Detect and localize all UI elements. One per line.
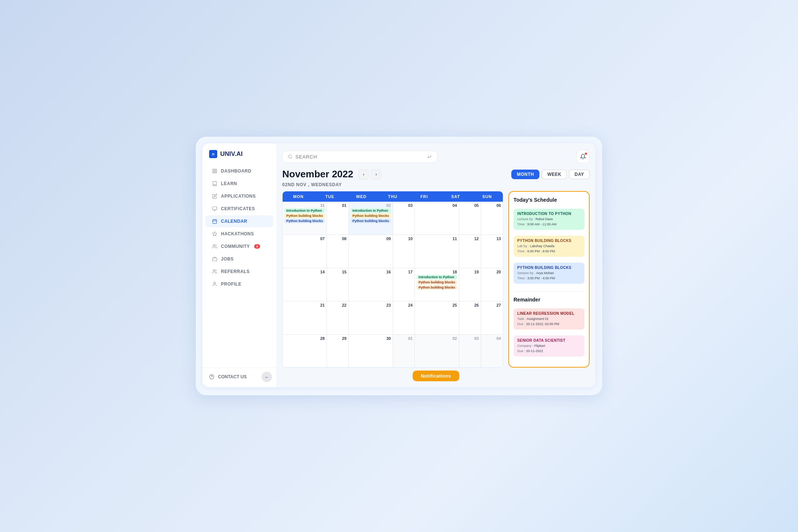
event-pill[interactable]: Python building blocks [284,214,325,218]
calendar-cell-nov16[interactable]: 16 [349,268,393,301]
contact-us-row: CONTACT US ← [202,371,276,383]
cell-date: 27 [483,303,501,307]
event-pill[interactable]: Python building blocks [284,219,325,223]
sidebar-item-community[interactable]: COMMUNITY 4 [205,241,273,252]
remainder-card-detail: Company : Flipkart Due : 20-11-2022 [517,344,581,354]
community-badge: 4 [254,244,260,249]
calendar-cell-nov19[interactable]: 19 [459,268,481,301]
app-container: ≡ UNIV.AI DASHBOARD LEARN APPLICATIONS [202,143,596,387]
cell-date: 03 [461,336,479,341]
schedule-card-intro-python[interactable]: INTRODUCTION TO PYTHON Lecture by : Rahu… [514,209,584,230]
enter-icon [427,154,432,159]
calendar-cell-nov08[interactable]: 08 [327,235,349,268]
next-month-button[interactable]: › [371,169,381,180]
cell-date: 30 [351,336,391,341]
cell-date: 14 [284,270,325,274]
calendar-cell-nov03[interactable]: 03 [393,202,415,235]
schedule-card-python-session[interactable]: PYTHON BUILDING BLOCKS Session by : Arya… [514,263,584,284]
calendar-cell-nov30[interactable]: 30 [349,335,393,368]
cell-date: 04 [483,336,501,341]
calendar-subtitle: 02ND NOV , WEDNESDAY [282,182,590,187]
sidebar-item-certificates[interactable]: CERTIFICATES [205,203,273,215]
search-input[interactable] [296,154,424,160]
notification-bell[interactable] [576,150,590,163]
calendar-cell-dec01[interactable]: 01 [393,335,415,368]
calendar-cell-nov06[interactable]: 06 [481,202,503,235]
calendar-cell-nov28[interactable]: 28 [283,335,327,368]
calendar-cell-nov23[interactable]: 23 [349,301,393,335]
calendar-cell-nov04[interactable]: 04 [415,202,459,235]
calendar-body: 31 Introduction to Python Python buildin… [283,202,503,368]
sidebar-item-hackathons[interactable]: HACKATHONS [205,228,273,240]
sidebar-item-applications[interactable]: APPLICATIONS [205,190,273,202]
notifications-badge[interactable]: Notifications [413,371,459,381]
cell-date: 02 [351,203,391,208]
event-pill[interactable]: Introduction to Python [417,275,457,279]
calendar-cell-oct31[interactable]: 31 Introduction to Python Python buildin… [283,202,327,235]
sidebar-item-profile[interactable]: PROFILE [205,278,273,290]
event-pill[interactable]: Python building blocks [351,219,391,223]
cell-date: 21 [284,303,325,307]
header [282,150,590,163]
sidebar: ≡ UNIV.AI DASHBOARD LEARN APPLICATIONS [202,143,276,387]
calendar-cell-nov22[interactable]: 22 [327,301,349,335]
day-header-sat: SAT [440,191,471,202]
day-view-button[interactable]: DAY [569,170,590,179]
calendar-cell-nov24[interactable]: 24 [393,301,415,335]
calendar-cell-nov02[interactable]: 02 Introduction to Python Python buildin… [349,202,393,235]
sidebar-item-learn[interactable]: LEARN [205,178,273,190]
month-view-button[interactable]: MONTH [511,170,539,179]
sidebar-item-jobs-label: JOBS [221,256,234,262]
cell-date: 28 [284,336,325,341]
logo: ≡ UNIV.AI [202,150,276,165]
sidebar-item-dashboard[interactable]: DASHBOARD [205,165,273,177]
nav-arrows: ‹ › [358,169,381,180]
calendar-cell-nov11[interactable]: 11 [415,235,459,268]
calendar-cell-nov05[interactable]: 05 [459,202,481,235]
sidebar-item-referrals[interactable]: REFERRALS [205,266,273,277]
calendar-cell-nov09[interactable]: 09 [349,235,393,268]
cell-date: 16 [351,270,391,274]
event-pill[interactable]: Python building blocks [417,285,457,290]
calendar-cell-nov10[interactable]: 10 [393,235,415,268]
svg-rect-1 [215,169,216,171]
calendar-cell-nov12[interactable]: 12 [459,235,481,268]
calendar-cell-nov01[interactable]: 01 [327,202,349,235]
event-pill[interactable]: Python building blocks [351,214,391,218]
schedule-card-python-lab[interactable]: PYTHON BUILDING BLOCKS Lab by : Lakshay … [514,236,584,257]
calendar-cell-dec02[interactable]: 02 [415,335,459,368]
calendar-cell-nov18[interactable]: 18 Introduction to Python Python buildin… [415,268,459,301]
svg-rect-4 [212,207,217,210]
calendar-cell-nov17[interactable]: 17 [393,268,415,301]
svg-point-12 [289,155,291,158]
event-pill[interactable]: Introduction to Python [284,208,325,213]
cell-date: 01 [329,203,347,208]
calendar-cell-nov15[interactable]: 15 [327,268,349,301]
sidebar-item-calendar[interactable]: CALENDAR [205,215,273,227]
remainder-card-scientist[interactable]: SENIOR DATA SCIENTIST Company : Flipkart… [514,335,584,357]
prev-month-button[interactable]: ‹ [358,169,369,180]
contact-us-link[interactable]: CONTACT US [202,371,253,383]
calendar-cell-dec04[interactable]: 04 [481,335,503,368]
remainder-card-regression[interactable]: LINEAR REGRESSION MODEL Task : Assignmen… [514,308,584,330]
calendar-header: November 2022 ‹ › MONTH WEEK DAY [282,168,590,180]
calendar-cell-nov14[interactable]: 14 [283,268,327,301]
calendar-cell-nov13[interactable]: 13 [481,235,503,268]
sidebar-item-profile-label: PROFILE [221,282,241,287]
back-button[interactable]: ← [262,372,272,382]
sidebar-item-jobs[interactable]: JOBS [205,253,273,265]
calendar-and-panel: MON TUE WED THU FRI SAT SUN 31 [282,191,590,368]
calendar-cell-nov25[interactable]: 25 [415,301,459,335]
calendar-cell-nov26[interactable]: 26 [459,301,481,335]
calendar-cell-nov07[interactable]: 07 [283,235,327,268]
week-view-button[interactable]: WEEK [542,170,567,179]
calendar-cell-nov20[interactable]: 20 [481,268,503,301]
event-pill[interactable]: Introduction to Python [351,208,391,213]
svg-marker-6 [212,232,217,236]
day-header-tue: TUE [314,191,345,202]
calendar-cell-dec03[interactable]: 03 [459,335,481,368]
calendar-cell-nov21[interactable]: 21 [283,301,327,335]
calendar-cell-nov27[interactable]: 27 [481,301,503,335]
event-pill[interactable]: Python building blocks [417,280,457,284]
calendar-cell-nov29[interactable]: 29 [327,335,349,368]
